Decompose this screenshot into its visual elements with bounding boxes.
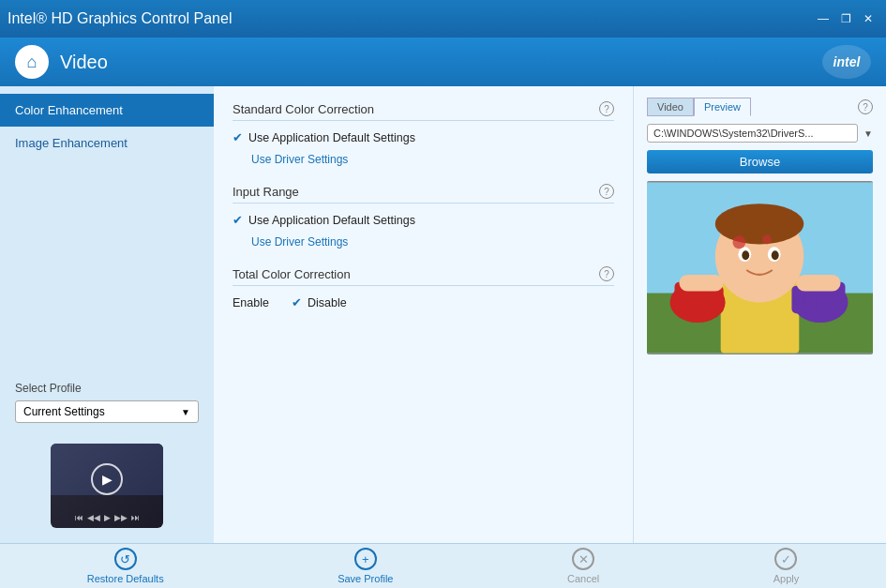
cancel-icon: ✕: [572, 548, 594, 570]
svg-point-20: [762, 235, 772, 245]
preview-info-icon[interactable]: ?: [858, 99, 873, 114]
play-icon: ▶: [102, 472, 113, 487]
standard-color-checkmark: ✔: [233, 130, 243, 144]
cancel-label: Cancel: [567, 573, 599, 584]
svg-rect-22: [796, 275, 840, 292]
app-title: Intel® HD Graphics Control Panel: [8, 10, 232, 27]
forward-icon[interactable]: ▶▶: [114, 513, 128, 522]
sidebar: Color Enhancement Image Enhancement Sele…: [0, 86, 214, 543]
tab-preview[interactable]: Preview: [694, 98, 751, 116]
svg-point-19: [732, 236, 745, 249]
apply-label: Apply: [773, 573, 800, 584]
main-layout: Color Enhancement Image Enhancement Sele…: [0, 86, 886, 543]
standard-color-checkbox-row: ✔ Use Application Default Settings: [233, 130, 614, 144]
total-color-disable-row[interactable]: ✔ Disable: [292, 295, 347, 309]
title-bar: Intel® HD Graphics Control Panel — ❐ ✕: [0, 0, 886, 38]
preview-image-area: [647, 181, 873, 354]
preview-header: Video Preview ?: [647, 98, 873, 116]
standard-color-checkbox-label: Use Application Default Settings: [248, 131, 415, 144]
tab-video[interactable]: Video: [647, 98, 694, 116]
rewind-icon[interactable]: ◀◀: [87, 513, 100, 522]
total-color-header: Total Color Correction ?: [233, 266, 614, 286]
enable-label: Enable: [233, 296, 269, 309]
total-color-options: Enable ✔ Disable: [233, 295, 614, 315]
preview-path-row: ▼: [647, 124, 873, 143]
profile-value: Current Settings: [23, 405, 105, 418]
intel-logo-text: intel: [833, 54, 861, 69]
restore-defaults-icon: ↺: [114, 548, 137, 570]
preview-tabs: Video Preview: [647, 98, 751, 116]
standard-color-info-icon[interactable]: ?: [599, 101, 614, 116]
save-profile-label: Save Profile: [338, 573, 393, 584]
right-content: Standard Color Correction ? ✔ Use Applic…: [214, 86, 886, 543]
profile-dropdown[interactable]: Current Settings ▼: [15, 400, 199, 423]
apply-icon: ✓: [774, 548, 797, 570]
total-color-info-icon[interactable]: ?: [599, 266, 614, 281]
sidebar-item-image-enhancement[interactable]: Image Enhancement: [0, 127, 214, 159]
svg-point-18: [772, 250, 779, 260]
svg-point-4: [715, 204, 803, 244]
preview-panel: Video Preview ? ▼ Browse: [633, 86, 886, 543]
cancel-button[interactable]: ✕ Cancel: [548, 544, 618, 588]
header-bar: ⌂ Video intel: [0, 38, 886, 86]
apply-button[interactable]: ✓ Apply: [755, 544, 818, 588]
standard-color-driver-link[interactable]: Use Driver Settings: [251, 153, 348, 166]
title-bar-controls: — ❐ ✕: [813, 8, 878, 29]
total-color-title: Total Color Correction: [233, 267, 351, 281]
content-area: Standard Color Correction ? ✔ Use Applic…: [214, 86, 633, 543]
close-button[interactable]: ✕: [858, 8, 878, 29]
standard-color-header: Standard Color Correction ?: [233, 101, 614, 121]
restore-defaults-button[interactable]: ↺ Restore Defaults: [68, 544, 183, 588]
save-profile-icon: +: [354, 548, 377, 570]
disable-label: Disable: [308, 296, 347, 309]
media-player-icon: ▶ ⏮ ◀◀ ▶ ▶▶ ⏭: [51, 444, 163, 528]
minimize-button[interactable]: —: [813, 8, 833, 29]
input-range-info-icon[interactable]: ?: [599, 184, 614, 199]
total-color-enable-row[interactable]: Enable: [233, 295, 269, 309]
home-icon: ⌂: [27, 53, 38, 72]
preview-image: [647, 181, 873, 354]
restore-defaults-label: Restore Defaults: [87, 573, 164, 584]
browse-button[interactable]: Browse: [647, 150, 873, 173]
input-range-checkbox-row: ✔ Use Application Default Settings: [233, 213, 614, 227]
input-range-section: Input Range ? ✔ Use Application Default …: [233, 184, 614, 249]
media-controls: ⏮ ◀◀ ▶ ▶▶ ⏭: [51, 513, 163, 522]
save-profile-button[interactable]: + Save Profile: [319, 544, 412, 588]
intel-logo: intel: [822, 45, 871, 79]
path-dropdown-icon[interactable]: ▼: [863, 128, 873, 139]
input-range-title: Input Range: [233, 185, 299, 199]
select-profile-section: Select Profile Current Settings ▼: [0, 370, 214, 434]
header-left: ⌂ Video: [15, 45, 108, 79]
disable-checkmark: ✔: [292, 295, 302, 309]
restore-button[interactable]: ❐: [835, 8, 856, 29]
input-range-checkmark: ✔: [233, 213, 243, 227]
input-range-checkbox-label: Use Application Default Settings: [248, 214, 415, 227]
next-icon[interactable]: ⏭: [131, 513, 140, 522]
total-color-section: Total Color Correction ? Enable ✔ Disabl…: [233, 266, 614, 315]
play-button[interactable]: ▶: [91, 463, 123, 495]
svg-point-17: [742, 250, 749, 260]
standard-color-section: Standard Color Correction ? ✔ Use Applic…: [233, 101, 614, 167]
preview-path-input[interactable]: [647, 124, 858, 143]
page-title: Video: [60, 52, 108, 73]
chevron-down-icon: ▼: [181, 407, 190, 417]
input-range-driver-link[interactable]: Use Driver Settings: [251, 235, 348, 249]
select-profile-label: Select Profile: [15, 382, 199, 395]
sidebar-item-color-enhancement[interactable]: Color Enhancement: [0, 94, 214, 127]
prev-icon[interactable]: ⏮: [75, 513, 83, 522]
bottom-bar: ↺ Restore Defaults + Save Profile ✕ Canc…: [0, 543, 886, 588]
home-button[interactable]: ⌂: [15, 45, 49, 79]
input-range-header: Input Range ?: [233, 184, 614, 204]
svg-rect-21: [679, 275, 723, 292]
standard-color-title: Standard Color Correction: [233, 102, 374, 116]
play-small-icon[interactable]: ▶: [104, 513, 111, 522]
title-bar-left: Intel® HD Graphics Control Panel: [8, 10, 232, 27]
